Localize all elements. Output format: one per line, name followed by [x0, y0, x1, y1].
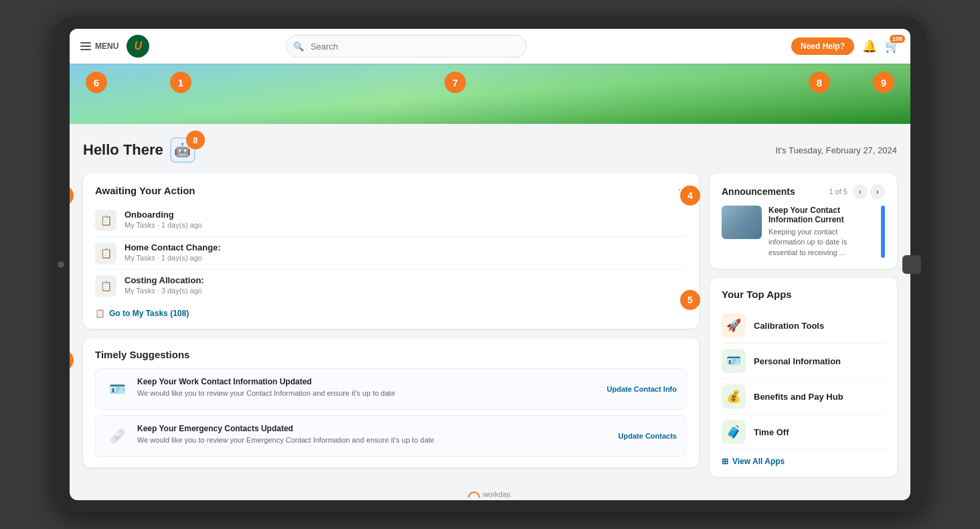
action-sub-2: My Tasks · 1 day(s) ago — [125, 254, 221, 262]
badge-8-nav: 8 — [809, 72, 830, 93]
go-tasks-icon: 📋 — [95, 309, 105, 318]
app-icon-benefits: 💰 — [722, 384, 746, 408]
app-name-benefits: Benefits and Pay Hub — [754, 392, 843, 402]
cart-icon[interactable]: 🛒 108 — [885, 39, 900, 54]
announcements-section: 4 Announcements 1 of 5 ‹ › — [710, 173, 897, 269]
top-apps-card: Your Top Apps 🚀 Calibration Tools 🪪 Pers… — [710, 278, 897, 477]
action-item: 📋 Onboarding My Tasks · 1 day(s) ago — [95, 204, 687, 237]
action-title-1: Onboarding — [125, 210, 202, 220]
workday-logo: workday. — [83, 490, 897, 498]
search-container: 🔍 — [286, 35, 527, 58]
need-help-button[interactable]: Need Help? — [791, 37, 854, 55]
university-logo: U — [127, 35, 149, 58]
greeting-row: Hello There 🤖 8 It's Tuesday, February 2… — [83, 135, 897, 165]
app-item-timeoff[interactable]: 🧳 Time Off — [722, 414, 885, 450]
right-col: 4 Announcements 1 of 5 ‹ › — [710, 173, 897, 477]
ann-nav: 1 of 5 ‹ › — [829, 184, 885, 199]
hamburger-icon — [80, 42, 91, 50]
workday-arc-wrap — [468, 492, 480, 498]
search-input[interactable] — [286, 35, 527, 58]
sug-title-1: Keep Your Work Contact Information Updat… — [137, 377, 599, 386]
action-text-1: Onboarding My Tasks · 1 day(s) ago — [125, 210, 202, 229]
top-apps-section: 5 Your Top Apps 🚀 Calibration Tools 🪪 — [710, 278, 897, 477]
action-icon-3: 📋 — [95, 275, 116, 297]
ann-item-title: Keep Your Contact Information Current — [768, 206, 872, 224]
action-text-3: Costing Allocation: My Tasks · 3 day(s) … — [125, 275, 204, 295]
right-button[interactable] — [902, 255, 921, 274]
badge-2: 2 — [70, 185, 74, 206]
app-name-timeoff: Time Off — [754, 427, 789, 437]
tablet-screen: MENU U 🔍 Need Help? 🔔 🛒 108 — [70, 29, 910, 500]
action-icon-1: 📋 — [95, 210, 116, 231]
suggestion-item-1: 🪪 Keep Your Work Contact Information Upd… — [95, 368, 687, 410]
bot-wrapper: 🤖 8 — [170, 137, 195, 163]
cart-badge: 108 — [890, 35, 905, 43]
go-tasks-label: Go to My Tasks (108) — [109, 309, 189, 318]
action-sub-1: My Tasks · 1 day(s) ago — [125, 221, 202, 229]
app-item-calibration[interactable]: 🚀 Calibration Tools — [722, 308, 885, 344]
left-camera — [58, 261, 64, 268]
awaiting-card: Awaiting Your Action ··· 📋 Onboarding My… — [83, 173, 699, 329]
tablet-frame: MENU U 🔍 Need Help? 🔔 🛒 108 — [55, 17, 925, 512]
hero-banner: 6 1 7 8 9 — [70, 64, 910, 124]
notification-icon[interactable]: 🔔 — [862, 39, 877, 54]
date-text: It's Tuesday, February 27, 2024 — [776, 145, 897, 155]
top-apps-header: Your Top Apps — [722, 289, 885, 300]
view-all-label: View All Apps — [732, 457, 785, 466]
greeting-left: Hello There 🤖 8 — [83, 137, 195, 163]
view-all-apps[interactable]: ⊞ View All Apps — [722, 457, 885, 466]
sug-action-2[interactable]: Update Contacts — [619, 432, 677, 440]
ann-image-inner — [722, 206, 762, 239]
workday-footer: workday. — [83, 485, 897, 500]
app-item-benefits[interactable]: 💰 Benefits and Pay Hub — [722, 379, 885, 414]
main-content: Hello There 🤖 8 It's Tuesday, February 2… — [70, 124, 910, 500]
two-col-layout: 2 Awaiting Your Action ··· 📋 Onboar — [83, 173, 897, 477]
ann-prev-btn[interactable]: ‹ — [853, 184, 868, 199]
sug-content-2: Keep Your Emergency Contacts Updated We … — [137, 424, 610, 445]
app-icon-calibration: 🚀 — [722, 313, 746, 337]
action-item-3: 📋 Costing Allocation: My Tasks · 3 day(s… — [95, 270, 687, 302]
badge-5: 5 — [680, 290, 700, 310]
timely-section: 3 Timely Suggestions 🪪 Keep Your Work Co… — [83, 338, 699, 467]
awaiting-section: 2 Awaiting Your Action ··· 📋 Onboar — [83, 173, 699, 329]
sug-content-1: Keep Your Work Contact Information Updat… — [137, 377, 599, 398]
top-nav: MENU U 🔍 Need Help? 🔔 🛒 108 — [70, 29, 910, 64]
left-col: 2 Awaiting Your Action ··· 📋 Onboar — [83, 173, 699, 477]
grid-icon: ⊞ — [722, 457, 728, 466]
top-apps-title: Your Top Apps — [722, 289, 792, 300]
ann-count: 1 of 5 — [829, 187, 847, 196]
action-sub-3: My Tasks · 3 day(s) ago — [125, 287, 204, 295]
workday-arc-icon — [468, 492, 480, 498]
badge-1: 1 — [170, 72, 191, 93]
sug-icon-1: 🪪 — [105, 377, 129, 401]
badge-8-greeting: 8 — [186, 131, 205, 149]
menu-button[interactable]: MENU — [80, 42, 118, 51]
sug-desc-2: We would like you to review your Emergen… — [137, 435, 610, 445]
ann-header: Announcements 1 of 5 ‹ › — [722, 184, 885, 199]
suggestion-item-2: 🩹 Keep Your Emergency Contacts Updated W… — [95, 415, 687, 457]
app-item-personal[interactable]: 🪪 Personal Information — [722, 344, 885, 379]
ann-blue-indicator — [881, 206, 885, 258]
go-tasks-link[interactable]: 📋 Go to My Tasks (108) — [95, 309, 687, 318]
awaiting-header: Awaiting Your Action ··· — [95, 184, 687, 196]
app-icon-personal: 🪪 — [722, 349, 746, 373]
ann-item: Keep Your Contact Information Current Ke… — [722, 206, 885, 258]
ann-item-desc: Keeping your contact information up to d… — [768, 227, 872, 258]
workday-brand-text: workday. — [483, 490, 511, 498]
sug-desc-1: We would like you to review your Contact… — [137, 388, 599, 398]
action-icon-2: 📋 — [95, 242, 116, 264]
action-items-list: 📋 Onboarding My Tasks · 1 day(s) ago 📋 — [95, 204, 687, 302]
app-name-calibration: Calibration Tools — [754, 321, 824, 331]
action-item-2: 📋 Home Contact Change: My Tasks · 1 day(… — [95, 237, 687, 270]
badge-9: 9 — [873, 72, 894, 93]
menu-label: MENU — [95, 42, 118, 51]
action-title-3: Costing Allocation: — [125, 275, 204, 285]
hero-overlay — [70, 64, 910, 124]
ann-next-btn[interactable]: › — [870, 184, 885, 199]
sug-action-1[interactable]: Update Contact Info — [607, 385, 677, 393]
action-text-2: Home Contact Change: My Tasks · 1 day(s)… — [125, 242, 221, 262]
awaiting-title: Awaiting Your Action — [95, 185, 195, 196]
timely-card: Timely Suggestions 🪪 Keep Your Work Cont… — [83, 338, 699, 467]
ann-title: Announcements — [722, 186, 795, 197]
badge-6: 6 — [86, 72, 107, 93]
